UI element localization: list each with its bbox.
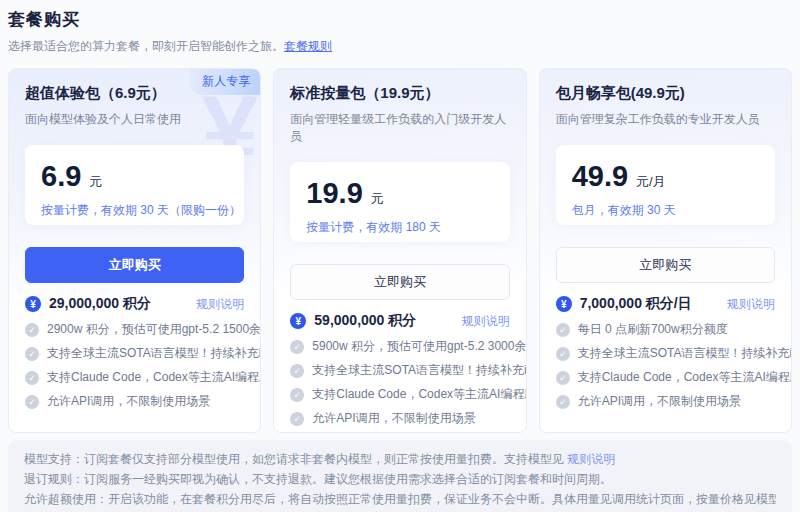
footer-note-text: 订阅套餐仅支持部分模型使用，如您请求非套餐内模型，则正常按使用量扣费。支持模型见 bbox=[84, 452, 567, 466]
points-coin-icon: ¥ bbox=[290, 313, 306, 329]
buy-now-button[interactable]: 立即购买 bbox=[556, 247, 775, 283]
check-icon: ✓ bbox=[556, 395, 570, 409]
price-note: 按量计费，有效期 180 天 bbox=[306, 219, 493, 236]
points-value: 59,000,000 积分 bbox=[314, 312, 416, 330]
price-value: 49.9 bbox=[572, 160, 628, 193]
feature-row: ✓ 支持Claude Code，Codex等主流AI编程助手 bbox=[25, 370, 244, 385]
card-title: 包月畅享包(49.9元) bbox=[556, 84, 775, 103]
footer-note-label: 允许超额使用： bbox=[24, 492, 108, 506]
feature-row: ✓ 每日 0 点刷新700w积分额度 bbox=[556, 322, 775, 337]
feature-list: ✓ 5900w 积分，预估可使用gpt-5.2 3000余次 ✓ 支持全球主流S… bbox=[290, 339, 509, 426]
rules-link[interactable]: 规则说明 bbox=[462, 313, 510, 330]
price-box: 49.9 元/月 包月，有效期 30 天 bbox=[556, 145, 775, 225]
buy-now-button[interactable]: 立即购买 bbox=[25, 247, 244, 283]
pricing-card: 标准按量包（19.9元） 面向管理轻量级工作负载的入门级开发人员 19.9 元 … bbox=[273, 68, 526, 433]
price-box: 19.9 元 按量计费，有效期 180 天 bbox=[290, 162, 509, 242]
feature-text: 支持全球主流SOTA语言模型！持续补充ing bbox=[47, 346, 261, 361]
buy-now-button[interactable]: 立即购买 bbox=[290, 264, 509, 300]
feature-row: ✓ 允许API调用，不限制使用场景 bbox=[556, 394, 775, 409]
points-coin-icon: ¥ bbox=[556, 296, 572, 312]
page-title: 套餐购买 bbox=[8, 8, 792, 31]
footer-notes: 模型支持：订阅套餐仅支持部分模型使用，如您请求非套餐内模型，则正常按使用量扣费。… bbox=[8, 440, 792, 512]
check-icon: ✓ bbox=[25, 347, 39, 361]
feature-text: 支持全球主流SOTA语言模型！持续补充ing bbox=[312, 363, 526, 378]
feature-text: 支持全球主流SOTA语言模型！持续补充ing bbox=[578, 346, 792, 361]
card-description: 面向管理复杂工作负载的专业开发人员 bbox=[556, 111, 775, 128]
feature-text: 允许API调用，不限制使用场景 bbox=[47, 394, 210, 409]
points-row: ¥ 29,000,000 积分 规则说明 bbox=[25, 295, 244, 313]
package-rules-link[interactable]: 套餐规则 bbox=[284, 39, 332, 53]
feature-text: 允许API调用，不限制使用场景 bbox=[312, 411, 475, 426]
footer-note-text: 开启该功能，在套餐积分用尽后，将自动按照正常使用量扣费，保证业务不会中断。具体用… bbox=[108, 492, 776, 506]
check-icon: ✓ bbox=[556, 371, 570, 385]
card-title: 标准按量包（19.9元） bbox=[290, 84, 509, 103]
check-icon: ✓ bbox=[290, 412, 304, 426]
check-icon: ✓ bbox=[25, 371, 39, 385]
check-icon: ✓ bbox=[556, 347, 570, 361]
feature-row: ✓ 支持Claude Code，Codex等主流AI编程助手 bbox=[556, 370, 775, 385]
feature-list: ✓ 每日 0 点刷新700w积分额度 ✓ 支持全球主流SOTA语言模型！持续补充… bbox=[556, 322, 775, 409]
page-subtitle-text: 选择最适合您的算力套餐，即刻开启智能创作之旅。 bbox=[8, 39, 284, 53]
feature-text: 支持Claude Code，Codex等主流AI编程助手 bbox=[312, 387, 526, 402]
price-unit: 元 bbox=[89, 173, 102, 191]
package-purchase-page: 套餐购买 选择最适合您的算力套餐，即刻开启智能创作之旅。套餐规则 新人专享 ¥ … bbox=[0, 0, 800, 512]
rules-link[interactable]: 规则说明 bbox=[727, 296, 775, 313]
check-icon: ✓ bbox=[556, 323, 570, 337]
feature-row: ✓ 5900w 积分，预估可使用gpt-5.2 3000余次 bbox=[290, 339, 509, 354]
feature-row: ✓ 支持Claude Code，Codex等主流AI编程助手 bbox=[290, 387, 509, 402]
feature-list: ✓ 2900w 积分，预估可使用gpt-5.2 1500余次 ✓ 支持全球主流S… bbox=[25, 322, 244, 409]
feature-row: ✓ 支持全球主流SOTA语言模型！持续补充ing bbox=[25, 346, 244, 361]
footer-note-line: 允许超额使用：开启该功能，在套餐积分用尽后，将自动按照正常使用量扣费，保证业务不… bbox=[24, 489, 776, 509]
points-row: ¥ 59,000,000 积分 规则说明 bbox=[290, 312, 509, 330]
price-line: 49.9 元/月 bbox=[572, 160, 759, 193]
price-note: 按量计费，有效期 30 天（限购一份） bbox=[41, 202, 228, 219]
card-description: 面向模型体验及个人日常使用 bbox=[25, 111, 244, 128]
page-subtitle: 选择最适合您的算力套餐，即刻开启智能创作之旅。套餐规则 bbox=[8, 38, 792, 55]
feature-row: ✓ 允许API调用，不限制使用场景 bbox=[25, 394, 244, 409]
rules-inline-link[interactable]: 规则说明 bbox=[567, 452, 615, 466]
check-icon: ✓ bbox=[25, 395, 39, 409]
feature-text: 每日 0 点刷新700w积分额度 bbox=[578, 322, 728, 337]
feature-text: 5900w 积分，预估可使用gpt-5.2 3000余次 bbox=[312, 339, 526, 354]
feature-row: ✓ 支持全球主流SOTA语言模型！持续补充ing bbox=[556, 346, 775, 361]
check-icon: ✓ bbox=[25, 323, 39, 337]
rules-link[interactable]: 规则说明 bbox=[196, 296, 244, 313]
price-line: 19.9 元 bbox=[306, 177, 493, 210]
cards-row: 新人专享 ¥ 超值体验包（6.9元） 面向模型体验及个人日常使用 6.9 元 按… bbox=[8, 68, 792, 433]
price-line: 6.9 元 bbox=[41, 160, 228, 193]
check-icon: ✓ bbox=[290, 364, 304, 378]
feature-text: 支持Claude Code，Codex等主流AI编程助手 bbox=[578, 370, 792, 385]
new-user-badge: 新人专享 bbox=[190, 69, 260, 95]
price-note: 包月，有效期 30 天 bbox=[572, 202, 759, 219]
footer-note-label: 退订规则： bbox=[24, 472, 84, 486]
points-coin-icon: ¥ bbox=[25, 296, 41, 312]
points-value: 7,000,000 积分/日 bbox=[580, 295, 692, 313]
footer-note-text: 订阅服务一经购买即视为确认，不支持退款。建议您根据使用需求选择合适的订阅套餐和时… bbox=[84, 472, 612, 486]
price-box: 6.9 元 按量计费，有效期 30 天（限购一份） bbox=[25, 145, 244, 225]
feature-row: ✓ 允许API调用，不限制使用场景 bbox=[290, 411, 509, 426]
feature-text: 2900w 积分，预估可使用gpt-5.2 1500余次 bbox=[47, 322, 261, 337]
footer-note-line: 模型支持：订阅套餐仅支持部分模型使用，如您请求非套餐内模型，则正常按使用量扣费。… bbox=[24, 449, 776, 469]
points-row: ¥ 7,000,000 积分/日 规则说明 bbox=[556, 295, 775, 313]
feature-row: ✓ 2900w 积分，预估可使用gpt-5.2 1500余次 bbox=[25, 322, 244, 337]
price-value: 19.9 bbox=[306, 177, 362, 210]
price-value: 6.9 bbox=[41, 160, 81, 193]
check-icon: ✓ bbox=[290, 388, 304, 402]
points-value: 29,000,000 积分 bbox=[49, 295, 151, 313]
pricing-card: 新人专享 ¥ 超值体验包（6.9元） 面向模型体验及个人日常使用 6.9 元 按… bbox=[8, 68, 261, 433]
footer-note-line: 退订规则：订阅服务一经购买即视为确认，不支持退款。建议您根据使用需求选择合适的订… bbox=[24, 469, 776, 489]
feature-text: 支持Claude Code，Codex等主流AI编程助手 bbox=[47, 370, 261, 385]
card-description: 面向管理轻量级工作负载的入门级开发人员 bbox=[290, 111, 509, 145]
price-unit: 元 bbox=[371, 190, 384, 208]
feature-text: 允许API调用，不限制使用场景 bbox=[578, 394, 741, 409]
price-unit: 元/月 bbox=[636, 173, 666, 191]
feature-row: ✓ 支持全球主流SOTA语言模型！持续补充ing bbox=[290, 363, 509, 378]
footer-note-label: 模型支持： bbox=[24, 452, 84, 466]
pricing-card: 包月畅享包(49.9元) 面向管理复杂工作负载的专业开发人员 49.9 元/月 … bbox=[539, 68, 792, 433]
check-icon: ✓ bbox=[290, 340, 304, 354]
